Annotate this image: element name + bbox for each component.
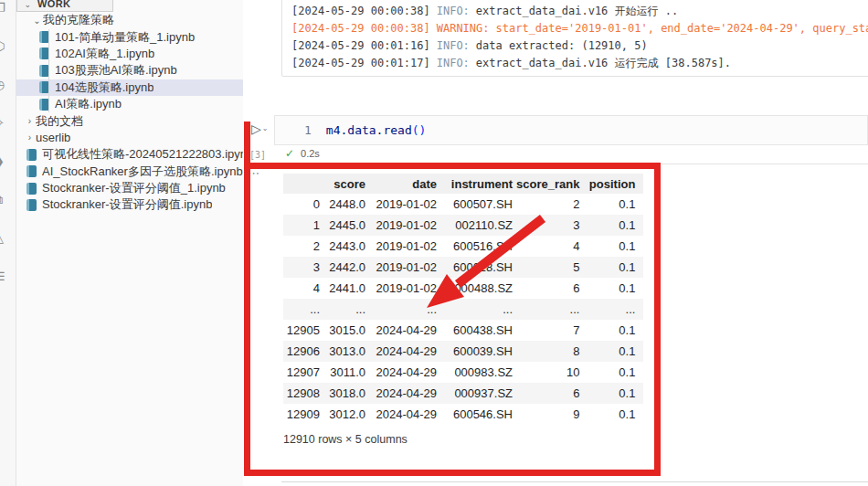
play-icon: ▷ bbox=[251, 122, 261, 136]
sidebar-item[interactable]: AI策略.ipynb bbox=[16, 96, 243, 112]
table-cell: 6 bbox=[516, 383, 583, 404]
sidebar-item[interactable]: Stockranker-设置评分阈值.ipynb bbox=[16, 196, 243, 213]
table-cell: 2024-04-29 bbox=[369, 362, 440, 383]
table-cell: 0.1 bbox=[583, 404, 643, 425]
table-cell: 2442.0 bbox=[323, 257, 369, 278]
notebook-icon bbox=[26, 183, 37, 195]
table-cell: 2 bbox=[283, 236, 323, 257]
log-line: [2024-05-29 00:00:38]WARNING:start_date=… bbox=[291, 20, 868, 37]
next-cell-divider bbox=[281, 481, 868, 482]
table-cell: 9 bbox=[516, 404, 583, 425]
run-cell-button[interactable]: ▷⌄ bbox=[251, 122, 268, 136]
table-cell: ... bbox=[516, 299, 583, 320]
notebook-icon bbox=[26, 199, 37, 211]
sidebar-item[interactable]: 可视化线性策略-20240521222803.ipynb bbox=[16, 146, 243, 163]
sidebar-item-label: 104选股策略.ipynb bbox=[55, 79, 153, 96]
chevron-right-icon[interactable]: ❯ bbox=[0, 155, 5, 168]
dataframe-header-row: scoredateinstrumentscore_rankposition bbox=[283, 174, 643, 194]
log-line: [2024-05-29 00:01:17]INFO:extract_data_d… bbox=[291, 55, 868, 72]
table-cell: 2 bbox=[516, 194, 583, 215]
table-cell: 4 bbox=[283, 278, 323, 299]
sidebar-item-label: Stockranker-设置评分阈值_1.ipynb bbox=[42, 180, 226, 196]
sidebar-item[interactable]: 103股票池AI策略.ipynb bbox=[16, 62, 243, 79]
sidebar-item[interactable]: ›我的文档 bbox=[16, 112, 243, 129]
sidebar-item-label: AI策略.ipynb bbox=[55, 96, 122, 112]
sidebar-item-label: userlib bbox=[36, 131, 70, 144]
activity-bar: ❐⬡◷✧❯⧉△☰ bbox=[0, 0, 16, 486]
sidebar-item-label: AI_StockRanker多因子选股策略.ipynb bbox=[42, 164, 243, 180]
table-cell: 3015.0 bbox=[323, 320, 369, 341]
table-cell: 2019-01-02 bbox=[369, 278, 440, 299]
table-cell: 3018.0 bbox=[323, 383, 369, 404]
sidebar-item[interactable]: 101-简单动量策略_1.ipynb bbox=[16, 28, 243, 45]
dataframe-shape: 12910 rows × 5 columns bbox=[283, 433, 408, 446]
sidebar-item-label: 101-简单动量策略_1.ipynb bbox=[55, 29, 195, 46]
sidebar-item[interactable]: ⌄我的克隆策略 bbox=[16, 12, 243, 28]
table-row: 129073011.02024-04-29000983.SZ100.1 bbox=[283, 362, 643, 383]
table-cell: ... bbox=[283, 299, 323, 320]
hexagon-icon[interactable]: ⬡ bbox=[0, 40, 5, 53]
table-cell: 600516.SH bbox=[440, 236, 516, 257]
file-copy-icon[interactable]: ❐ bbox=[0, 2, 5, 15]
sidebar-item[interactable]: AI_StockRanker多因子选股策略.ipynb bbox=[16, 164, 243, 180]
table-cell: 0.1 bbox=[583, 320, 643, 341]
table-cell: ... bbox=[323, 299, 369, 320]
table-row: 129093012.02024-04-29600546.SH90.1 bbox=[283, 404, 643, 425]
sidebar-item[interactable]: Stockranker-设置评分阈值_1.ipynb bbox=[16, 180, 243, 196]
output-collapse-button[interactable]: ⋯ bbox=[248, 166, 260, 180]
table-cell: 2024-04-29 bbox=[369, 341, 440, 362]
table-cell: 0.1 bbox=[583, 257, 643, 278]
sidebar-item[interactable]: 104选股策略.ipynb bbox=[16, 79, 243, 96]
table-cell: 3 bbox=[283, 257, 323, 278]
table-cell: 2019-01-02 bbox=[369, 194, 440, 215]
column-header: score bbox=[323, 174, 369, 194]
history-clock-icon[interactable]: ◷ bbox=[0, 79, 5, 91]
table-cell: 0.1 bbox=[583, 236, 643, 257]
table-cell: 0.1 bbox=[583, 383, 643, 404]
sidebar-section-label: WORK bbox=[37, 0, 70, 9]
sidebar-item[interactable]: 102AI策略_1.ipynb bbox=[16, 46, 243, 62]
app-window: ❐⬡◷✧❯⧉△☰ ⌄ WORK ⌄我的克隆策略101-简单动量策略_1.ipyn… bbox=[0, 0, 868, 486]
file-tree: ⌄我的克隆策略101-简单动量策略_1.ipynb102AI策略_1.ipynb… bbox=[16, 12, 243, 214]
table-cell: 3011.0 bbox=[323, 362, 369, 383]
output-divider bbox=[281, 164, 868, 164]
line-number: 1 bbox=[304, 123, 312, 137]
sidebar-section-header[interactable]: ⌄ WORK bbox=[16, 0, 113, 12]
chevron-down-icon: ⌄ bbox=[262, 124, 269, 132]
table-row: 02448.02019-01-02600507.SH20.1 bbox=[283, 194, 643, 215]
table-cell: 2443.0 bbox=[323, 236, 369, 257]
sidebar-item[interactable]: ›userlib bbox=[16, 130, 243, 146]
table-cell: 10 bbox=[516, 362, 583, 383]
cell-status: ✓0.2s bbox=[285, 147, 320, 160]
chevron-icon: › bbox=[24, 116, 36, 126]
column-header: date bbox=[369, 174, 440, 194]
table-row: 32442.02019-01-02600028.SH50.1 bbox=[283, 257, 643, 278]
sidebar-item-label: 103股票池AI策略.ipynb bbox=[55, 62, 177, 79]
sidebar-item-label: 102AI策略_1.ipynb bbox=[55, 46, 154, 62]
table-cell: 2024-04-29 bbox=[369, 404, 440, 425]
column-header: position bbox=[583, 174, 643, 194]
database-icon[interactable]: ☰ bbox=[0, 270, 5, 283]
log-output: [2024-05-29 00:00:38]INFO:extract_data_d… bbox=[281, 0, 868, 77]
table-cell: 0 bbox=[283, 194, 323, 215]
sidebar: ⌄ WORK ⌄我的克隆策略101-简单动量策略_1.ipynb102AI策略_… bbox=[16, 0, 243, 486]
table-cell: ... bbox=[440, 299, 516, 320]
table-cell: 0.1 bbox=[583, 362, 643, 383]
table-cell: 600028.SH bbox=[440, 257, 516, 278]
table-cell: 12908 bbox=[283, 383, 323, 404]
sidebar-item-label: Stockranker-设置评分阈值.ipynb bbox=[42, 196, 212, 213]
windows-icon[interactable]: ⧉ bbox=[0, 194, 3, 206]
table-row: 42441.02019-01-02000488.SZ60.1 bbox=[283, 278, 643, 299]
table-cell: 600039.SH bbox=[440, 341, 516, 362]
code-text: m4.data.read bbox=[326, 123, 412, 137]
log-line: [2024-05-29 00:01:16]INFO:data extracted… bbox=[291, 37, 868, 55]
table-cell: 12905 bbox=[283, 320, 323, 341]
log-line: [2024-05-29 00:00:38]INFO:extract_data_d… bbox=[291, 3, 868, 20]
table-cell: 5 bbox=[516, 257, 583, 278]
table-cell: 2441.0 bbox=[323, 278, 369, 299]
column-header bbox=[283, 174, 323, 194]
warning-triangle-icon[interactable]: △ bbox=[0, 232, 4, 245]
column-header: instrument bbox=[440, 174, 516, 194]
key-icon[interactable]: ✧ bbox=[0, 117, 5, 130]
code-cell-editor[interactable]: 1m4.data.read() bbox=[274, 115, 868, 145]
